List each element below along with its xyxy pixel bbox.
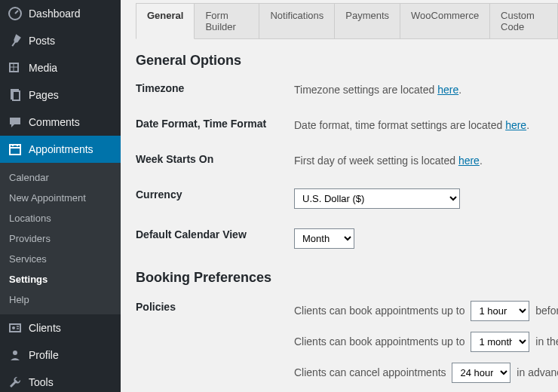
sidebar-label: Posts xyxy=(29,35,55,47)
policy-future-select[interactable]: 1 month xyxy=(471,332,529,352)
field-currency: Currency U.S. Dollar ($) xyxy=(136,188,558,209)
field-label: Week Starts On xyxy=(136,153,294,165)
submenu-item-help[interactable]: Help xyxy=(0,289,121,310)
settings-tabs: General Form Builder Notifications Payme… xyxy=(136,3,558,39)
media-icon xyxy=(8,60,23,75)
sidebar-item-comments[interactable]: Comments xyxy=(0,109,121,136)
main-content: General Form Builder Notifications Payme… xyxy=(121,0,558,392)
submenu-item-calendar[interactable]: Calendar xyxy=(0,167,121,188)
clients-icon xyxy=(8,320,23,335)
pin-icon xyxy=(8,33,23,48)
field-label: Currency xyxy=(136,188,294,201)
field-weekstart: Week Starts On First day of week setting… xyxy=(136,153,558,169)
tab-general[interactable]: General xyxy=(136,3,195,39)
tab-form-builder[interactable]: Form Builder xyxy=(195,3,259,39)
sidebar-label: Comments xyxy=(29,116,80,128)
sidebar-item-dashboard[interactable]: Dashboard xyxy=(0,0,121,27)
svg-rect-4 xyxy=(10,145,20,155)
field-timezone: Timezone Timezone settings are located h… xyxy=(136,82,558,98)
sidebar-item-media[interactable]: Media xyxy=(0,54,121,81)
profile-icon xyxy=(8,348,23,363)
field-desc: Timezone settings are located here. xyxy=(294,82,461,98)
pages-icon xyxy=(8,87,23,103)
section-heading-general: General Options xyxy=(136,53,558,69)
svg-point-6 xyxy=(12,326,15,329)
field-desc: Date format, time format settings are lo… xyxy=(294,118,529,133)
sidebar-item-appointments[interactable]: Appointments xyxy=(0,136,121,163)
submenu-item-locations[interactable]: Locations xyxy=(0,208,121,228)
field-dateformat: Date Format, Time Format Date format, ti… xyxy=(136,118,558,133)
tab-custom-code[interactable]: Custom Code xyxy=(490,3,558,39)
policy-before-select[interactable]: 1 hour xyxy=(471,301,529,321)
field-label: Policies xyxy=(136,301,294,313)
sidebar-label: Profile xyxy=(29,349,59,361)
sidebar-label: Pages xyxy=(29,89,59,101)
tab-payments[interactable]: Payments xyxy=(335,3,400,39)
sidebar-item-pages[interactable]: Pages xyxy=(0,81,121,109)
field-desc: First day of week setting is located her… xyxy=(294,153,483,169)
sidebar-item-tools[interactable]: Tools xyxy=(0,369,121,392)
sidebar-label: Tools xyxy=(29,376,54,388)
sidebar-label: Appointments xyxy=(29,143,94,155)
policy-before-start: Clients can book appointments up to 1 ho… xyxy=(294,301,558,321)
submenu-item-newappointment[interactable]: New Appointment xyxy=(0,188,121,208)
tools-icon xyxy=(8,375,23,390)
sidebar-item-profile[interactable]: Profile xyxy=(0,341,121,369)
weekstart-link[interactable]: here xyxy=(458,155,480,167)
policies-group: Clients can book appointments up to 1 ho… xyxy=(294,301,558,392)
field-defaultview: Default Calendar View Month xyxy=(136,228,558,249)
comment-icon xyxy=(8,115,23,130)
submenu-item-settings[interactable]: Settings xyxy=(0,269,121,289)
policy-cancel: Clients can cancel appointments 24 hours… xyxy=(294,363,558,383)
sidebar-item-clients[interactable]: Clients xyxy=(0,314,121,341)
sidebar-label: Dashboard xyxy=(29,8,81,20)
submenu-item-providers[interactable]: Providers xyxy=(0,228,121,249)
tab-woocommerce[interactable]: WooCommerce xyxy=(400,3,490,39)
sidebar-label: Media xyxy=(29,62,57,74)
field-policies: Policies Clients can book appointments u… xyxy=(136,301,558,392)
sidebar-item-posts[interactable]: Posts xyxy=(0,27,121,54)
defaultview-select[interactable]: Month xyxy=(294,228,354,249)
sidebar-submenu: Calendar New Appointment Locations Provi… xyxy=(0,163,121,314)
policy-cancel-select[interactable]: 24 hours xyxy=(452,363,510,383)
dashboard-icon xyxy=(8,6,23,21)
svg-rect-3 xyxy=(13,91,20,100)
currency-select[interactable]: U.S. Dollar ($) xyxy=(294,188,460,209)
section-heading-booking: Booking Preferences xyxy=(136,270,558,286)
calendar-icon xyxy=(8,142,23,157)
submenu-item-services[interactable]: Services xyxy=(0,249,121,269)
field-label: Date Format, Time Format xyxy=(136,118,294,130)
admin-sidebar: Dashboard Posts Media Pages Comments App… xyxy=(0,0,121,392)
field-label: Timezone xyxy=(136,82,294,94)
timezone-link[interactable]: here xyxy=(437,84,458,96)
svg-point-7 xyxy=(13,351,17,355)
dateformat-link[interactable]: here xyxy=(505,119,526,131)
sidebar-label: Clients xyxy=(29,322,61,334)
field-label: Default Calendar View xyxy=(136,228,294,240)
tab-notifications[interactable]: Notifications xyxy=(259,3,335,39)
policy-future: Clients can book appointments up to 1 mo… xyxy=(294,332,558,352)
